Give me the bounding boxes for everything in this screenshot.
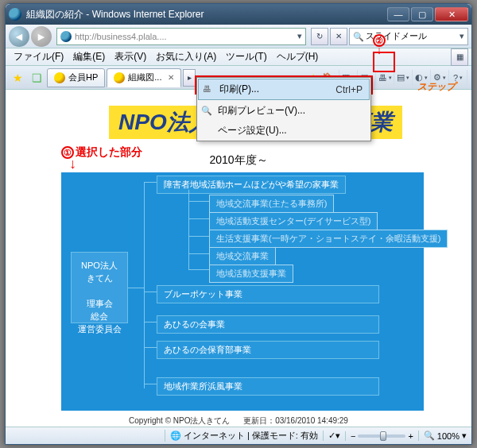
tab-close-icon[interactable]: ✕ bbox=[168, 73, 174, 82]
menu-help[interactable]: ヘルプ(H) bbox=[272, 48, 324, 65]
close-button[interactable]: ✕ bbox=[435, 7, 468, 21]
suggested-button[interactable]: ❏ bbox=[28, 69, 45, 87]
status-zone: 🌐 インターネット | 保護モード: 有効 bbox=[165, 430, 318, 442]
menu-view[interactable]: 表示(V) bbox=[110, 48, 151, 65]
favorites-button[interactable]: ★ bbox=[9, 69, 26, 87]
zoom-value[interactable]: 🔍 100% ▾ bbox=[418, 431, 467, 441]
forward-button[interactable]: ► bbox=[31, 26, 52, 47]
tab-icon bbox=[54, 72, 65, 83]
zoom-out-icon[interactable]: − bbox=[351, 431, 355, 441]
nav-toolbar: ◄ ► http://business4.plala.... ▾ ↻ ✕ 🔍 ス… bbox=[6, 25, 471, 48]
org-node-3: あひるの会事業 bbox=[157, 315, 379, 334]
menu-file[interactable]: ファイル(F) bbox=[9, 48, 68, 65]
callout-2: ② ↓ bbox=[373, 34, 386, 53]
minimize-button[interactable]: — bbox=[387, 7, 409, 21]
print-button[interactable]: 🖶 bbox=[378, 70, 394, 86]
address-bar[interactable]: http://business4.plala.... ▾ bbox=[56, 28, 306, 45]
refresh-button[interactable]: ↻ bbox=[311, 28, 328, 45]
url-text: http://business4.plala.... bbox=[75, 32, 167, 41]
site-icon bbox=[60, 31, 72, 42]
ie-window: 組織図の紹介 - Windows Internet Explorer — ▢ ✕… bbox=[5, 3, 472, 445]
stop-button[interactable]: ✕ bbox=[330, 28, 347, 45]
back-button[interactable]: ◄ bbox=[9, 26, 29, 47]
search-box[interactable]: 🔍 スライドメール ▾ bbox=[349, 28, 468, 45]
search-icon: 🔍 bbox=[353, 32, 363, 41]
org-node-2: ブルーポケット事業 bbox=[157, 285, 379, 303]
maximize-button[interactable]: ▢ bbox=[411, 7, 433, 21]
tab-icon bbox=[114, 72, 125, 83]
org-node-5: 地域作業所浜風事業 bbox=[157, 377, 379, 396]
org-node-4: あひるの会保育部事業 bbox=[157, 341, 379, 359]
step-label: ステップ bbox=[417, 80, 456, 94]
window-title: 組織図の紹介 - Windows Internet Explorer bbox=[26, 8, 387, 21]
menu-favorites[interactable]: お気に入り(A) bbox=[151, 48, 221, 65]
tab-2-label: 組織図... bbox=[128, 71, 161, 83]
zoom-slider[interactable] bbox=[358, 434, 405, 438]
zoom-control[interactable]: − + bbox=[345, 431, 413, 441]
preview-icon: 🔍 bbox=[201, 106, 212, 117]
org-root: NPO法人 きてん 理事会 総会 運営委員会 bbox=[71, 252, 128, 323]
globe-icon: 🌐 bbox=[170, 431, 181, 441]
org-node-1: 障害者地域活動ホームほどがや希望の家事業 bbox=[157, 176, 346, 194]
printer-icon: 🖶 bbox=[203, 84, 214, 95]
menu-print[interactable]: 🖶 印刷(P)... Ctrl+P bbox=[198, 79, 370, 100]
tab-2[interactable]: 組織図... ✕ bbox=[107, 68, 181, 87]
new-tab-button[interactable]: ▸ bbox=[183, 69, 196, 87]
zoom-in-icon[interactable]: + bbox=[408, 431, 413, 441]
status-bar: 🌐 インターネット | 保護モード: 有効 ✓▾ − + 🔍 100% ▾ bbox=[6, 427, 471, 444]
org-node-1a: 地域交流事業(主たる事務所) bbox=[209, 195, 334, 213]
menu-page-setup[interactable]: ページ設定(U)... bbox=[197, 121, 370, 141]
ie-icon bbox=[9, 8, 21, 21]
org-chart: NPO法人 きてん 理事会 総会 運営委員会 障害者地域活動ホームほどがや希望の… bbox=[61, 172, 424, 411]
menu-print-preview[interactable]: 🔍 印刷プレビュー(V)... bbox=[197, 101, 370, 121]
page-button[interactable]: ▤ bbox=[397, 70, 413, 86]
org-node-1b: 地域活動支援センター(デイサービス型) bbox=[209, 212, 378, 230]
org-node-1e: 地域活動支援事業 bbox=[209, 265, 293, 283]
tab-1-label: 会員HP bbox=[68, 71, 98, 83]
status-security[interactable]: ✓▾ bbox=[323, 431, 340, 441]
print-dropdown-menu: 🖶 印刷(P)... Ctrl+P 🔍 印刷プレビュー(V)... ページ設定(… bbox=[196, 77, 371, 141]
tab-1[interactable]: 会員HP bbox=[47, 68, 105, 87]
org-node-1c: 生活支援事業(一時ケア・ショートステイ・余暇活動支援) bbox=[209, 230, 448, 248]
titlebar: 組織図の紹介 - Windows Internet Explorer — ▢ ✕ bbox=[6, 4, 471, 25]
page-footer: Copyright © NPO法人きてん 更新日：03/16/2010 14:4… bbox=[14, 415, 463, 427]
menu-extra-button[interactable]: ▦ bbox=[451, 48, 468, 66]
menu-bar: ファイル(F) 編集(E) 表示(V) お気に入り(A) ツール(T) ヘルプ(… bbox=[6, 48, 471, 66]
menu-edit[interactable]: 編集(E) bbox=[68, 48, 110, 65]
menu-tools[interactable]: ツール(T) bbox=[221, 48, 271, 65]
org-node-1d: 地域交流事業 bbox=[209, 247, 276, 265]
